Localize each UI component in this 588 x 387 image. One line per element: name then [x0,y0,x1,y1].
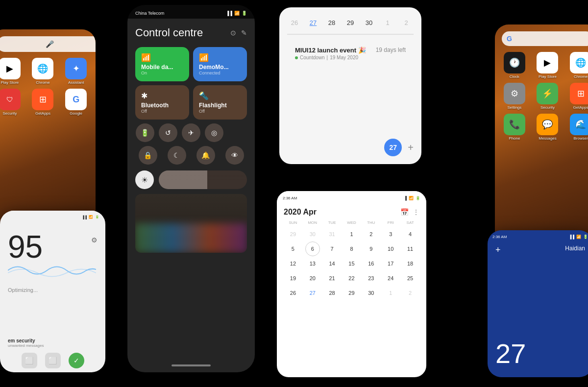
phone-center-control: China Telecom ▐▐ 📶 🔋 Control centre ⊙ ✎ … [127,5,255,372]
clock-icon: 🕐 [509,57,520,68]
cal2-cell-18[interactable]: 18 [403,256,417,271]
right-app-messages[interactable]: 💬 Messages [533,114,563,141]
cal2-cell-19[interactable]: 19 [286,271,300,286]
calendar-add-button[interactable]: + [408,142,414,153]
cal-days-left: 19 days left [376,47,406,53]
settings-circle-icon[interactable]: ⊙ [230,29,236,37]
app-google[interactable]: G Google [61,89,91,116]
clock-wifi-icon: 📶 [576,235,581,239]
edit-icon[interactable]: ✎ [241,29,247,37]
calendar-today-button[interactable]: 27 [384,139,402,156]
empty-circle [228,123,246,142]
moon-circle[interactable]: ☾ [168,146,186,165]
cal2-cell-8[interactable]: 8 [344,242,359,256]
cc-tiles-bottom: ✱ Bluetooth Off 🔦 Flashlight Off [135,85,247,120]
cal2-cell-6-today[interactable]: 6 [305,242,320,256]
cal2-cell-11[interactable]: 11 [403,242,417,256]
battery-icon: 🔋 [242,11,247,16]
cal2-cell-29a: 29 [286,227,300,242]
app-getapps[interactable]: ⊞ GetApps [28,89,58,116]
right-app-security[interactable]: ⚡ Security [533,83,563,110]
focus-icon: ◎ [211,129,217,137]
right-app-clock[interactable]: 🕐 Clock [500,52,529,79]
lock-circle[interactable]: 🔒 [139,146,157,165]
cal2-more-icon[interactable]: ⋮ [413,208,419,216]
cal2-cell-5[interactable]: 5 [286,242,300,256]
optimizer-value: 95 [8,231,98,263]
clock-add-button[interactable]: + [495,245,501,255]
cal2-cell-22[interactable]: 22 [344,271,359,286]
cal2-calendar-icon[interactable]: 📅 [400,208,409,216]
cal2-cell-28[interactable]: 28 [325,286,340,300]
cal2-sat: SAT [401,220,419,225]
right-app-browser[interactable]: 🌊 Browser [566,114,588,141]
cal2-cell-21[interactable]: 21 [325,271,340,286]
cal2-cell-2[interactable]: 2 [364,227,378,242]
right-phone-icon: 📞 [509,119,520,130]
task-done-button[interactable]: ✓ [69,353,84,368]
mobile-data-tile[interactable]: 📶 Mobile da... On [135,47,189,81]
cal2-cell-30b[interactable]: 30 [364,286,378,300]
brightness-button[interactable]: ☀ [135,170,154,189]
cc-quick-circles: 🔋 ↺ ✈ ◎ [135,123,247,142]
brightness-slider[interactable] [159,170,247,189]
cal2-cell-25[interactable]: 25 [403,271,417,286]
cal2-cell-17[interactable]: 17 [383,256,398,271]
security-subtitle: unwanted messages [8,343,44,348]
cal2-cell-15[interactable]: 15 [344,256,359,271]
wifi-tile[interactable]: 📶 DemoMo... Connected [193,47,247,81]
cc-tiles-top: 📶 Mobile da... On 📶 DemoMo... Connected [135,47,247,81]
cal2-cell-4[interactable]: 4 [403,227,417,242]
cal2-cell-3[interactable]: 3 [383,227,398,242]
gear-icon[interactable]: ⚙ [91,236,98,244]
airplane-circle[interactable]: ✈ [182,123,200,142]
wifi-tile-icon: 📶 [199,53,241,62]
cal2-cell-13[interactable]: 13 [305,256,320,271]
cal2-cell-14[interactable]: 14 [325,256,340,271]
right-app-chrome[interactable]: 🌐 Chrome [566,52,588,79]
right-app-getapps[interactable]: ⊞ GetApps [566,83,588,110]
cal-divider [287,34,414,35]
rotation-circle[interactable]: ↺ [159,123,177,142]
cal2-cell-26[interactable]: 26 [286,286,300,300]
chrome-icon: 🌐 [37,63,48,74]
cal2-cell-23[interactable]: 23 [364,271,378,286]
flashlight-tile[interactable]: 🔦 Flashlight Off [193,85,247,120]
right-browser-icon: 🌊 [575,119,586,130]
cal2-cell-1[interactable]: 1 [344,227,359,242]
clock-phone: 2:36 AM ▐▐ 📶 🔋 + Haidian 27 [488,230,588,377]
bluetooth-tile[interactable]: ✱ Bluetooth Off [135,85,189,120]
cal-day-27[interactable]: 27 [306,15,320,30]
cal2-cell-20[interactable]: 20 [305,271,320,286]
app-security[interactable]: 🛡 Security [0,89,24,116]
clock-big-time: 27 [495,340,526,367]
cal2-row-2: 5 6 7 8 9 10 11 [284,242,419,256]
cal2-status-icons: ▐ 📶 🔋 [404,196,420,200]
app-assistant-label: Assistant [68,80,84,85]
app-assistant[interactable]: ✦ Assistant [61,58,91,85]
task-icon-center[interactable]: ⬜ [45,353,61,368]
cal2-cell-12[interactable]: 12 [286,256,300,271]
right-app-phone[interactable]: 📞 Phone [500,114,529,141]
app-playstore[interactable]: ▶ Play Store [0,58,24,85]
clock-battery-icon: 🔋 [583,235,588,239]
cal2-cell-27-blue[interactable]: 27 [305,286,320,300]
app-chrome[interactable]: 🌐 Chrome [28,58,58,85]
battery-saver-circle[interactable]: 🔋 [136,123,154,142]
cal2-cell-9[interactable]: 9 [364,242,378,256]
cal-day-28: 28 [324,15,339,30]
cal2-cell-16[interactable]: 16 [364,256,378,271]
right-app-settings[interactable]: ⚙ Settings [500,83,529,110]
eye-circle[interactable]: 👁 [225,146,244,165]
bell-circle[interactable]: 🔔 [196,146,215,165]
task-icon-left[interactable]: ⬜ [22,353,37,368]
cal2-cell-7[interactable]: 7 [325,242,340,256]
app-playstore-label: Play Store [0,80,19,85]
cal2-cell-10[interactable]: 10 [383,242,398,256]
cal2-time: 2:36 AM [283,196,297,200]
right-app-play[interactable]: ▶ Play Store [533,52,563,79]
cal-day-30: 30 [362,15,376,30]
focus-circle[interactable]: ◎ [205,123,223,142]
cal2-cell-24[interactable]: 24 [383,271,398,286]
cal2-cell-29b[interactable]: 29 [344,286,359,300]
